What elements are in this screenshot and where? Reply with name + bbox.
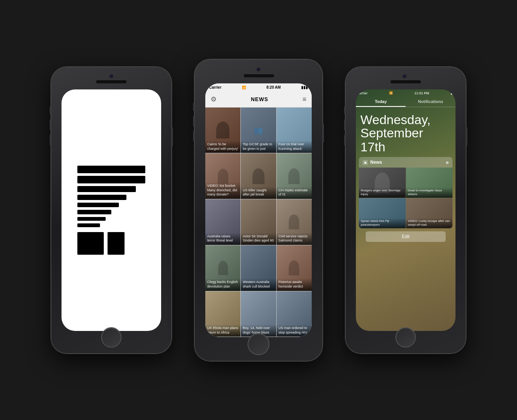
speaker-center bbox=[244, 74, 274, 77]
news-caption-r1c1: Cairns 'to be charged with perjury' bbox=[207, 142, 238, 151]
settings-icon[interactable]: ⚙ bbox=[211, 95, 217, 103]
center-phone: Carrier 📶 8:20 AM ▮▮▮ ⚙ NEWS ≡ bbox=[194, 59, 323, 361]
news-caption-r1c2: Top GCSE grade to be given to just bbox=[243, 142, 274, 151]
right-news-item-1[interactable]: Rodgers anger over Sturridge injury bbox=[359, 168, 406, 198]
mute-button[interactable] bbox=[49, 106, 51, 114]
right-power[interactable] bbox=[466, 127, 468, 146]
speaker-right bbox=[391, 80, 421, 83]
news-section-title: News bbox=[370, 160, 382, 165]
volume-down-button[interactable] bbox=[49, 135, 51, 145]
scene: Carrier 📶 8:20 AM ▮▮▮ ⚙ NEWS ≡ bbox=[32, 31, 485, 389]
edit-button[interactable]: Edit bbox=[366, 231, 445, 242]
news-caption-r4c3: Pistorius awaits homicide verdict bbox=[279, 280, 310, 289]
logo-bar-4 bbox=[77, 195, 126, 200]
camera-center bbox=[257, 68, 260, 71]
home-button-right[interactable] bbox=[396, 328, 415, 347]
logo-bar-7 bbox=[77, 217, 106, 221]
home-button-left[interactable] bbox=[102, 328, 121, 347]
news-row-2: VIDEO: Ice bucket: Many drenched, did ma… bbox=[205, 153, 312, 199]
right-status-bar: arrier 📶 11:01 PM ▮ bbox=[356, 89, 455, 97]
right-news-item-4[interactable]: VIDEO: Lucky escape after van swept off … bbox=[406, 198, 453, 228]
right-news-item-3[interactable]: Syrian rebels free Fiji peacekeepers bbox=[359, 198, 406, 228]
center-screen: Carrier 📶 8:20 AM ▮▮▮ ⚙ NEWS ≡ bbox=[205, 83, 312, 337]
news-widget-header: ■ News » bbox=[359, 157, 452, 168]
logo-bar-1 bbox=[77, 166, 145, 173]
date-display: Wednesday, September 17th bbox=[356, 107, 455, 157]
right-news-caption-4: VIDEO: Lucky escape after van swept off … bbox=[406, 218, 453, 229]
volume-up-button[interactable] bbox=[49, 120, 51, 130]
news-grid: Cairns 'to be charged with perjury' 👥 To… bbox=[205, 108, 312, 337]
news-cell-r4c1[interactable]: Clegg backs English devolution plan bbox=[205, 245, 240, 291]
news-row-3: Australia raises terror threat level Act… bbox=[205, 199, 312, 245]
logo-block-1 bbox=[77, 232, 104, 255]
expand-icon[interactable]: » bbox=[446, 159, 449, 165]
logo-bar-5 bbox=[77, 203, 119, 207]
date-line1: Wednesday, bbox=[360, 113, 451, 126]
logo-bar-6 bbox=[77, 210, 111, 214]
power-button[interactable] bbox=[172, 127, 173, 146]
news-caption-r4c2: Western Australia shark cull blocked bbox=[243, 280, 274, 289]
news-caption-r3c2: Actor Sir Donald Sinden dies aged 90 bbox=[243, 234, 274, 243]
left-screen bbox=[62, 89, 161, 331]
camera-left bbox=[109, 74, 113, 78]
news-cell-r1c3[interactable]: Four on trial over Kunming attack bbox=[277, 108, 312, 153]
battery-label: ▮▮▮ bbox=[301, 85, 308, 89]
news-caption-r2c1: VIDEO: Ice bucket: Many drenched, did ma… bbox=[207, 184, 238, 197]
right-news-item-2[interactable]: Israel to investigate Gaza attacks bbox=[406, 168, 453, 198]
left-phone bbox=[51, 67, 172, 354]
menu-icon[interactable]: ≡ bbox=[302, 95, 306, 103]
news-caption-r3c1: Australia raises terror threat level bbox=[207, 234, 238, 243]
news-cell-r4c2[interactable]: Western Australia shark cull blocked bbox=[241, 245, 276, 291]
news-cell-r4c3[interactable]: Pistorius awaits homicide verdict bbox=[277, 245, 312, 291]
right-vol-up[interactable] bbox=[344, 120, 345, 130]
right-screen: arrier 📶 11:01 PM ▮ Today Notifications … bbox=[356, 89, 455, 331]
right-news-grid: Rodgers anger over Sturridge injury Isra… bbox=[359, 168, 452, 228]
nav-title: NEWS bbox=[251, 96, 268, 102]
news-caption-r2c3: CIA triples estimate of IS bbox=[279, 188, 310, 197]
logo-bar-8 bbox=[77, 223, 100, 227]
news-cell-r3c3[interactable]: Civil service rejects Salmond claims bbox=[277, 199, 312, 245]
news-cell-r1c1[interactable]: Cairns 'to be charged with perjury' bbox=[205, 108, 240, 153]
center-mute[interactable] bbox=[193, 103, 194, 111]
right-mute[interactable] bbox=[344, 106, 345, 114]
center-vol-down[interactable] bbox=[193, 131, 194, 142]
right-carrier: arrier bbox=[359, 91, 368, 95]
news-cell-r5c1[interactable]: UK Ebola man plans return to Africa bbox=[205, 291, 240, 337]
right-news-caption-3: Syrian rebels free Fiji peacekeepers bbox=[359, 218, 406, 229]
right-vol-down[interactable] bbox=[344, 135, 345, 145]
news-cell-r3c1[interactable]: Australia raises terror threat level bbox=[205, 199, 240, 245]
home-button-center[interactable] bbox=[248, 334, 269, 354]
time-label: 8:20 AM bbox=[266, 85, 281, 89]
carrier-label: Carrier bbox=[209, 85, 222, 89]
center-vol-up[interactable] bbox=[193, 116, 194, 126]
date-line2: September 17th bbox=[360, 126, 451, 154]
news-widget: ■ News » Rodgers anger over Sturridge in… bbox=[359, 157, 452, 228]
status-bar: Carrier 📶 8:20 AM ▮▮▮ bbox=[205, 83, 312, 92]
news-icon: ■ bbox=[363, 160, 368, 165]
logo-bar-3 bbox=[77, 186, 136, 192]
right-news-caption-2: Israel to investigate Gaza attacks bbox=[406, 188, 453, 198]
nav-bar: ⚙ NEWS ≡ bbox=[205, 92, 312, 108]
news-cell-r5c2[interactable]: Boy, 14, held over dogs' home blaze bbox=[241, 291, 276, 337]
speaker-left bbox=[96, 80, 126, 83]
logo-block-2 bbox=[108, 232, 125, 255]
right-time: 11:01 PM bbox=[414, 91, 429, 95]
news-cell-r5c3[interactable]: US man ordered to stop spreading HIV bbox=[277, 291, 312, 337]
news-caption-r1c3: Four on trial over Kunming attack bbox=[279, 142, 310, 151]
news-caption-r4c1: Clegg backs English devolution plan bbox=[207, 280, 238, 289]
news-row-1: Cairns 'to be charged with perjury' 👥 To… bbox=[205, 108, 312, 153]
news-cell-r2c1[interactable]: VIDEO: Ice bucket: Many drenched, did ma… bbox=[205, 153, 240, 199]
center-power[interactable] bbox=[323, 123, 324, 142]
news-row-5: UK Ebola man plans return to Africa Boy,… bbox=[205, 291, 312, 337]
news-cell-r3c2[interactable]: Actor Sir Donald Sinden dies aged 90 bbox=[241, 199, 276, 245]
news-cell-r2c3[interactable]: CIA triples estimate of IS bbox=[277, 153, 312, 199]
logo-bar-2 bbox=[77, 176, 145, 183]
news-caption-r5c1: UK Ebola man plans return to Africa bbox=[207, 326, 238, 335]
right-phone: arrier 📶 11:01 PM ▮ Today Notifications … bbox=[345, 67, 466, 354]
news-row-4: Clegg backs English devolution plan West… bbox=[205, 245, 312, 291]
news-cell-r2c2[interactable]: US killer caught after jail break bbox=[241, 153, 276, 199]
tab-today[interactable]: Today bbox=[356, 97, 406, 107]
news-cell-r1c2[interactable]: 👥 Top GCSE grade to be given to just bbox=[241, 108, 276, 153]
tab-notifications[interactable]: Notifications bbox=[406, 97, 455, 107]
news-caption-r5c3: US man ordered to stop spreading HIV bbox=[279, 326, 310, 335]
